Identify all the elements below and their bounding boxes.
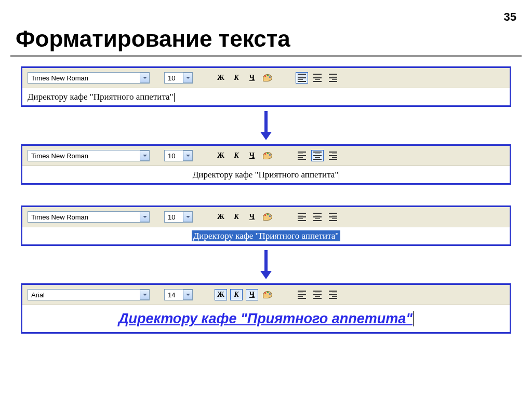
editor-panel-4: Arial 14 Ж К Ч Директору кафе "Приятного…: [21, 283, 511, 334]
page-number: 35: [504, 10, 516, 24]
chevron-down-icon[interactable]: [140, 290, 149, 300]
align-right-button[interactable]: [327, 289, 339, 300]
chevron-down-icon[interactable]: [140, 212, 149, 222]
font-value: Times New Roman: [31, 74, 138, 82]
size-dropdown[interactable]: 10: [164, 211, 193, 223]
bold-button[interactable]: Ж: [215, 211, 227, 223]
font-dropdown[interactable]: Times New Roman: [28, 72, 150, 84]
align-center-icon: [313, 213, 322, 221]
align-center-icon: [313, 291, 322, 299]
palette-button[interactable]: [261, 72, 274, 84]
page-title: Форматирование текста: [16, 26, 532, 52]
align-left-icon: [298, 152, 306, 160]
align-right-icon: [329, 74, 337, 82]
font-dropdown[interactable]: Times New Roman: [28, 211, 150, 223]
align-right-button[interactable]: [327, 211, 339, 223]
align-left-icon: [298, 74, 306, 82]
svg-marker-3: [260, 271, 272, 279]
selected-text: Директору кафе "Приятного аппетита": [192, 230, 341, 241]
toolbar-4: Arial 14 Ж К Ч: [22, 285, 510, 305]
bold-button[interactable]: Ж: [215, 72, 227, 84]
chevron-down-icon[interactable]: [183, 73, 192, 83]
toolbar-3: Times New Roman 10 Ж К Ч: [22, 207, 510, 227]
text-cursor: [339, 171, 339, 180]
align-right-icon: [329, 213, 337, 221]
palette-button[interactable]: [261, 211, 274, 223]
title-underline: [10, 55, 522, 57]
palette-button[interactable]: [261, 289, 274, 300]
palette-icon: [263, 152, 272, 159]
chevron-down-icon[interactable]: [140, 150, 149, 161]
editor-panel-3: Times New Roman 10 Ж К Ч Директору кафе …: [21, 205, 511, 246]
align-left-icon: [298, 213, 306, 221]
palette-icon: [263, 291, 272, 298]
underline-button[interactable]: Ч: [246, 150, 258, 161]
text-cursor: [413, 311, 414, 326]
editor-panel-2: Times New Roman 10 Ж К Ч Директору кафе …: [21, 144, 511, 185]
font-dropdown[interactable]: Times New Roman: [28, 150, 150, 161]
align-center-button[interactable]: [311, 72, 324, 84]
size-value: 14: [168, 291, 181, 299]
text-area-4[interactable]: Директору кафе "Приятного аппетита": [22, 305, 510, 332]
align-center-icon: [313, 74, 322, 82]
font-value: Arial: [31, 291, 138, 299]
text-area-3[interactable]: Директору кафе "Приятного аппетита": [22, 227, 510, 244]
arrow-down-2: [0, 249, 532, 280]
toolbar-1: Times New Roman 10 Ж К Ч: [22, 68, 510, 88]
text-area-2[interactable]: Директору кафе "Приятного аппетита": [22, 166, 510, 183]
align-center-button[interactable]: [311, 289, 324, 300]
align-left-button[interactable]: [296, 150, 308, 161]
font-value: Times New Roman: [31, 152, 138, 160]
chevron-down-icon[interactable]: [183, 212, 192, 222]
align-left-button[interactable]: [296, 72, 308, 84]
text-cursor: [174, 93, 175, 102]
svg-marker-1: [260, 132, 272, 140]
size-dropdown[interactable]: 10: [164, 72, 193, 84]
bold-button[interactable]: Ж: [215, 289, 227, 300]
size-value: 10: [168, 74, 181, 82]
palette-button[interactable]: [261, 150, 274, 161]
align-center-button[interactable]: [311, 150, 324, 161]
size-dropdown[interactable]: 14: [164, 289, 193, 300]
underline-button[interactable]: Ч: [246, 289, 258, 300]
palette-icon: [263, 213, 272, 221]
align-right-button[interactable]: [327, 150, 339, 161]
underline-button[interactable]: Ч: [246, 72, 258, 84]
font-dropdown[interactable]: Arial: [28, 289, 150, 300]
italic-button[interactable]: К: [230, 72, 243, 84]
size-dropdown[interactable]: 10: [164, 150, 193, 161]
bold-button[interactable]: Ж: [215, 150, 227, 161]
align-center-icon: [313, 152, 322, 160]
toolbar-2: Times New Roman 10 Ж К Ч: [22, 146, 510, 166]
text-area-1[interactable]: Директору кафе "Приятного аппетита": [22, 88, 510, 105]
chevron-down-icon[interactable]: [183, 290, 192, 300]
italic-button[interactable]: К: [230, 289, 243, 300]
chevron-down-icon[interactable]: [140, 73, 149, 83]
italic-button[interactable]: К: [230, 150, 243, 161]
chevron-down-icon[interactable]: [183, 150, 192, 161]
font-value: Times New Roman: [31, 213, 138, 221]
arrow-down-1: [0, 110, 532, 141]
align-left-button[interactable]: [296, 211, 308, 223]
align-right-button[interactable]: [327, 72, 339, 84]
align-left-icon: [298, 291, 306, 299]
italic-button[interactable]: К: [230, 211, 243, 223]
size-value: 10: [168, 152, 181, 160]
align-right-icon: [329, 152, 337, 160]
size-value: 10: [168, 213, 181, 221]
editor-panel-1: Times New Roman 10 Ж К Ч Директору кафе …: [21, 66, 511, 107]
align-right-icon: [329, 291, 337, 299]
palette-icon: [263, 74, 272, 81]
underline-button[interactable]: Ч: [246, 211, 258, 223]
align-center-button[interactable]: [311, 211, 324, 223]
align-left-button[interactable]: [296, 289, 308, 300]
